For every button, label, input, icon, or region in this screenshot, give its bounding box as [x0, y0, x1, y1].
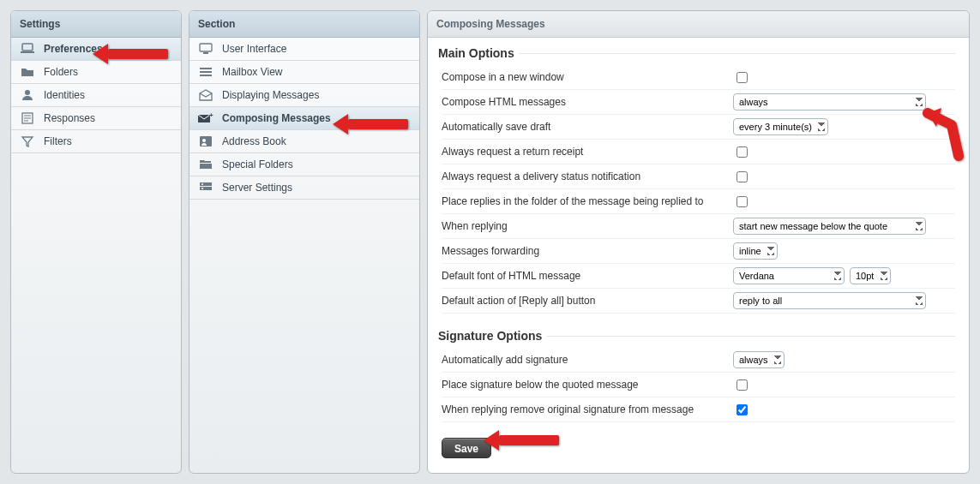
option-row-default-font-of-html-message: Default font of HTML messageVerdana10pt — [442, 264, 955, 289]
svg-rect-9 — [200, 68, 212, 69]
list-item-label: Responses — [44, 112, 95, 124]
option-row-automatically-add-signature: Automatically add signaturealways — [442, 348, 955, 373]
settings-panel: Settings PreferencesFoldersIdentitiesRes… — [10, 10, 182, 474]
section-panel: Section User InterfaceMailbox ViewDispla… — [189, 10, 420, 474]
list-item-label: Mailbox View — [222, 66, 282, 78]
option-label: Messages forwarding — [442, 245, 733, 257]
settings-item-identities[interactable]: Identities — [11, 84, 181, 107]
list-item-label: Server Settings — [222, 182, 292, 194]
select-default-font[interactable]: Verdana — [733, 267, 845, 284]
select-messages-forwarding[interactable]: inline — [733, 242, 778, 260]
option-label: Default action of [Reply all] button — [442, 295, 733, 307]
settings-item-folders[interactable]: Folders — [11, 61, 181, 84]
option-row-default-action-of-reply-all-button: Default action of [Reply all] buttonrepl… — [442, 289, 955, 314]
monitor-icon — [198, 43, 213, 55]
list-item-label: Address Book — [222, 135, 286, 147]
option-label: Place signature below the quoted message — [442, 379, 733, 391]
checkbox-place-replies-in-the-folder-of-the-message-being-replied-to[interactable] — [737, 196, 748, 207]
list-item-label: Identities — [44, 89, 85, 101]
checkbox-always-request-a-return-receipt[interactable] — [737, 146, 748, 158]
option-row-always-request-a-delivery-status-notification: Always request a delivery status notific… — [442, 164, 955, 189]
option-row-automatically-save-draft: Automatically save draftevery 3 minute(s… — [442, 115, 955, 140]
option-control — [733, 194, 955, 210]
section-item-user-interface[interactable]: User Interface — [189, 38, 419, 61]
server-icon — [198, 182, 213, 194]
list-item-label: User Interface — [222, 43, 286, 55]
option-row-place-signature-below-the-quoted-message: Place signature below the quoted message — [442, 373, 955, 397]
option-row-compose-html-messages: Compose HTML messagesalways — [442, 90, 955, 115]
signature-options-fieldset: Signature Options Automatically add sign… — [442, 329, 955, 422]
option-label: When replying — [442, 220, 733, 232]
annotation-arrow-preferences — [93, 44, 168, 64]
special-folders-icon — [198, 158, 213, 170]
option-control: always — [733, 351, 955, 368]
select-default-font-size[interactable]: 10pt — [850, 267, 891, 284]
option-control: reply to all — [733, 292, 955, 309]
option-row-always-request-a-return-receipt: Always request a return receipt — [442, 140, 955, 164]
main-options-fieldset: Main Options Compose in a new windowComp… — [442, 46, 955, 314]
contact-icon — [198, 135, 213, 147]
option-control: Verdana10pt — [733, 267, 955, 284]
checkbox-compose-in-a-new-window[interactable] — [737, 72, 748, 83]
list-item-label: Composing Messages — [222, 112, 331, 124]
list-item-label: Displaying Messages — [222, 89, 319, 101]
option-control — [733, 69, 955, 86]
person-icon — [20, 89, 35, 101]
note-icon — [20, 112, 35, 124]
option-label: Automatically add signature — [442, 354, 733, 366]
main-options-legend: Main Options — [438, 46, 520, 60]
folder-icon — [20, 66, 35, 78]
section-item-server-settings[interactable]: Server Settings — [189, 176, 419, 200]
settings-header: Settings — [11, 11, 181, 38]
annotation-arrow-save — [484, 430, 559, 451]
option-label: Place replies in the folder of the messa… — [442, 195, 733, 207]
svg-rect-7 — [200, 44, 212, 51]
option-control: start new message below the quote — [733, 218, 955, 235]
option-label: Compose in a new window — [442, 71, 733, 83]
settings-item-responses[interactable]: Responses — [11, 107, 181, 130]
filter-icon — [20, 135, 35, 147]
signature-options-legend: Signature Options — [438, 329, 547, 343]
mail-compose-icon: + — [198, 112, 213, 124]
list-item-label: Folders — [44, 66, 78, 78]
option-row-when-replying: When replyingstart new message below the… — [442, 214, 955, 239]
option-label: Always request a delivery status notific… — [442, 170, 733, 182]
section-item-special-folders[interactable]: Special Folders — [189, 153, 419, 176]
select-automatically-save-draft[interactable]: every 3 minute(s) — [733, 118, 828, 135]
option-label: When replying remove original signature … — [442, 403, 733, 415]
checkbox-place-signature-below-the-quoted-message[interactable] — [737, 379, 748, 391]
svg-rect-11 — [200, 75, 212, 76]
option-control: inline — [733, 242, 955, 260]
option-control — [733, 377, 955, 393]
checkbox-always-request-a-delivery-status-notification[interactable] — [737, 171, 748, 182]
svg-rect-8 — [203, 52, 208, 54]
select-compose-html-messages[interactable]: always — [733, 93, 926, 111]
content-panel: Composing Messages Main Options Compose … — [427, 10, 970, 474]
option-label: Default font of HTML message — [442, 270, 733, 282]
section-header: Section — [189, 11, 419, 38]
option-row-compose-in-a-new-window: Compose in a new window — [442, 65, 955, 90]
list-icon — [198, 66, 213, 78]
select-when-replying[interactable]: start new message below the quote — [733, 218, 926, 235]
section-item-mailbox-view[interactable]: Mailbox View — [189, 61, 419, 84]
select-default-action-of-reply-all-button[interactable]: reply to all — [733, 292, 926, 309]
checkbox-when-replying-remove-original-signature-from-message[interactable] — [737, 404, 748, 415]
mail-open-icon — [198, 89, 213, 101]
list-item-label: Special Folders — [222, 158, 293, 170]
option-label: Automatically save draft — [442, 121, 733, 133]
option-row-messages-forwarding: Messages forwardinginline — [442, 239, 955, 264]
option-row-place-replies-in-the-folder-of-the-message-being-replied-to: Place replies in the folder of the messa… — [442, 189, 955, 214]
svg-point-19 — [201, 188, 203, 189]
laptop-icon — [20, 43, 35, 55]
annotation-arrow-composing — [333, 114, 408, 134]
settings-item-filters[interactable]: Filters — [11, 130, 181, 153]
section-item-displaying-messages[interactable]: Displaying Messages — [189, 84, 419, 107]
svg-point-15 — [202, 139, 206, 142]
list-item-label: Filters — [44, 135, 72, 147]
option-label: Compose HTML messages — [442, 96, 733, 108]
svg-rect-10 — [200, 71, 212, 73]
svg-rect-1 — [21, 51, 34, 53]
option-control — [733, 402, 955, 418]
select-automatically-add-signature[interactable]: always — [733, 351, 785, 368]
content-title: Composing Messages — [428, 11, 969, 38]
